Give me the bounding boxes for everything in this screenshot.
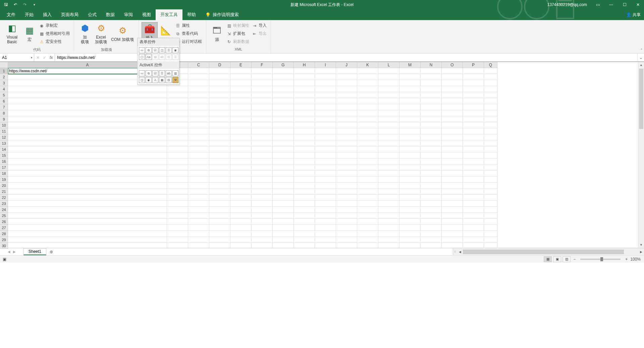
- ax-image-icon[interactable]: ▦: [159, 77, 165, 83]
- cell-D9[interactable]: [209, 116, 230, 122]
- cell-L17[interactable]: [378, 164, 399, 170]
- cell-N18[interactable]: [421, 170, 442, 177]
- macro-security-button[interactable]: ⚠宏安全性: [38, 38, 71, 46]
- cell-P30[interactable]: [463, 243, 484, 248]
- row-header-1[interactable]: 1: [0, 68, 8, 74]
- tab-数据[interactable]: 数据: [101, 9, 119, 20]
- scroll-down-icon[interactable]: ▼: [638, 242, 644, 248]
- cell-F22[interactable]: [252, 195, 273, 201]
- cell-I3[interactable]: [315, 80, 336, 86]
- cell-J6[interactable]: [336, 98, 357, 104]
- cell-K17[interactable]: [357, 164, 378, 170]
- cell-C24[interactable]: [188, 207, 209, 213]
- cell-G11[interactable]: [273, 128, 294, 134]
- cell-H23[interactable]: [294, 201, 315, 207]
- cell-A30[interactable]: [8, 243, 167, 248]
- cell-G13[interactable]: [273, 140, 294, 146]
- cell-L16[interactable]: [378, 158, 399, 164]
- row-header-10[interactable]: 10: [0, 122, 8, 128]
- cell-B14[interactable]: [167, 146, 188, 152]
- cell-J29[interactable]: [336, 237, 357, 243]
- cell-F4[interactable]: [252, 86, 273, 92]
- cell-A12[interactable]: [8, 134, 167, 140]
- cell-B7[interactable]: [167, 104, 188, 110]
- cell-A27[interactable]: [8, 225, 167, 231]
- cell-K19[interactable]: [357, 177, 378, 183]
- cell-H11[interactable]: [294, 128, 315, 134]
- cell-C10[interactable]: [188, 122, 209, 128]
- cell-F23[interactable]: [252, 201, 273, 207]
- column-header-O[interactable]: O: [442, 62, 463, 68]
- cell-P27[interactable]: [463, 225, 484, 231]
- cell-I10[interactable]: [315, 122, 336, 128]
- cell-P17[interactable]: [463, 164, 484, 170]
- cell-O12[interactable]: [442, 134, 463, 140]
- cell-P19[interactable]: [463, 177, 484, 183]
- cell-A20[interactable]: [8, 183, 167, 189]
- ax-scrollbar-icon[interactable]: ▥: [172, 70, 178, 76]
- cell-C19[interactable]: [188, 177, 209, 183]
- cell-H26[interactable]: [294, 219, 315, 225]
- row-header-11[interactable]: 11: [0, 128, 8, 134]
- cell-H24[interactable]: [294, 207, 315, 213]
- cell-B8[interactable]: [167, 110, 188, 116]
- cell-M26[interactable]: [399, 219, 421, 225]
- cell-P2[interactable]: [463, 74, 484, 80]
- cell-G1[interactable]: [273, 68, 294, 74]
- cell-P21[interactable]: [463, 189, 484, 195]
- cell-A15[interactable]: [8, 152, 167, 158]
- tab-页面布局[interactable]: 页面布局: [56, 9, 83, 20]
- cell-M11[interactable]: [399, 128, 421, 134]
- cell-J14[interactable]: [336, 146, 357, 152]
- scroll-up-icon[interactable]: ▲: [638, 62, 644, 68]
- cell-D13[interactable]: [209, 140, 230, 146]
- cell-Q11[interactable]: [484, 128, 497, 134]
- cell-M20[interactable]: [399, 183, 421, 189]
- cell-F2[interactable]: [252, 74, 273, 80]
- cell-Q28[interactable]: [484, 231, 497, 237]
- cell-I7[interactable]: [315, 104, 336, 110]
- cell-L19[interactable]: [378, 177, 399, 183]
- cell-M23[interactable]: [399, 201, 421, 207]
- cell-G24[interactable]: [273, 207, 294, 213]
- cell-K6[interactable]: [357, 98, 378, 104]
- column-header-G[interactable]: G: [273, 62, 294, 68]
- cell-F15[interactable]: [252, 152, 273, 158]
- cell-H28[interactable]: [294, 231, 315, 237]
- cell-O7[interactable]: [442, 104, 463, 110]
- cell-E11[interactable]: [230, 128, 252, 134]
- cell-N24[interactable]: [421, 207, 442, 213]
- cell-M3[interactable]: [399, 80, 421, 86]
- cell-J5[interactable]: [336, 92, 357, 98]
- cell-Q14[interactable]: [484, 146, 497, 152]
- cell-I30[interactable]: [315, 243, 336, 248]
- cell-I4[interactable]: [315, 86, 336, 92]
- cell-A22[interactable]: [8, 195, 167, 201]
- cell-C15[interactable]: [188, 152, 209, 158]
- cell-J17[interactable]: [336, 164, 357, 170]
- cell-C11[interactable]: [188, 128, 209, 134]
- cell-D17[interactable]: [209, 164, 230, 170]
- cell-I24[interactable]: [315, 207, 336, 213]
- cell-J19[interactable]: [336, 177, 357, 183]
- cell-B27[interactable]: [167, 225, 188, 231]
- row-header-25[interactable]: 25: [0, 213, 8, 219]
- cell-B11[interactable]: [167, 128, 188, 134]
- cell-O30[interactable]: [442, 243, 463, 248]
- tab-审阅[interactable]: 审阅: [119, 9, 138, 20]
- cell-A16[interactable]: [8, 158, 167, 164]
- vertical-scrollbar[interactable]: ▲ ▼: [638, 62, 644, 248]
- cell-J11[interactable]: [336, 128, 357, 134]
- cell-F12[interactable]: [252, 134, 273, 140]
- cell-M22[interactable]: [399, 195, 421, 201]
- cell-O21[interactable]: [442, 189, 463, 195]
- expand-formula-bar-icon[interactable]: ⌄: [637, 54, 644, 61]
- cell-D26[interactable]: [209, 219, 230, 225]
- row-header-29[interactable]: 29: [0, 237, 8, 243]
- cell-D29[interactable]: [209, 237, 230, 243]
- cell-F30[interactable]: [252, 243, 273, 248]
- cell-H18[interactable]: [294, 170, 315, 177]
- form-combo-list-icon[interactable]: ☰: [172, 54, 178, 60]
- cell-L22[interactable]: [378, 195, 399, 201]
- cell-A17[interactable]: [8, 164, 167, 170]
